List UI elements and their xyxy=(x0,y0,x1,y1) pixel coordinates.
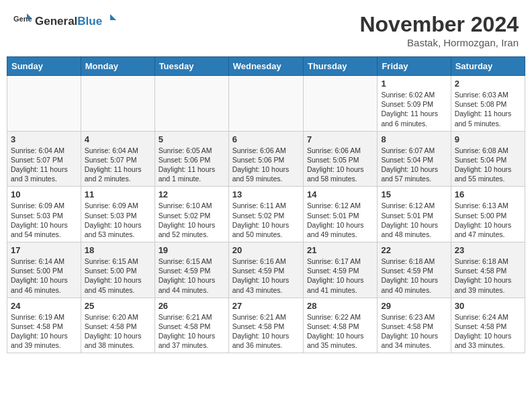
day-info: Sunrise: 6:08 AM Sunset: 5:04 PM Dayligh… xyxy=(455,146,521,184)
day-info: Sunrise: 6:14 AM Sunset: 5:00 PM Dayligh… xyxy=(11,257,77,295)
day-number: 1 xyxy=(381,79,447,89)
day-number: 30 xyxy=(455,301,521,311)
day-number: 13 xyxy=(232,189,300,199)
day-info: Sunrise: 6:05 AM Sunset: 5:06 PM Dayligh… xyxy=(159,146,225,184)
calendar-week-row: 17Sunrise: 6:14 AM Sunset: 5:00 PM Dayli… xyxy=(7,242,525,298)
day-number: 19 xyxy=(159,245,225,255)
day-info: Sunrise: 6:21 AM Sunset: 4:58 PM Dayligh… xyxy=(159,312,225,351)
calendar-cell: 11Sunrise: 6:09 AM Sunset: 5:03 PM Dayli… xyxy=(81,187,154,242)
calendar-header-row: SundayMondayTuesdayWednesdayThursdayFrid… xyxy=(7,57,525,76)
location-subtitle: Bastak, Hormozgan, Iran xyxy=(359,37,519,48)
day-info: Sunrise: 6:10 AM Sunset: 5:02 PM Dayligh… xyxy=(159,201,225,239)
logo-general: General xyxy=(35,15,77,28)
weekday-header-thursday: Thursday xyxy=(303,57,377,76)
day-number: 18 xyxy=(85,245,151,255)
day-info: Sunrise: 6:16 AM Sunset: 4:59 PM Dayligh… xyxy=(232,257,300,295)
day-info: Sunrise: 6:20 AM Sunset: 4:58 PM Dayligh… xyxy=(85,312,151,351)
calendar-cell: 18Sunrise: 6:15 AM Sunset: 5:00 PM Dayli… xyxy=(81,242,154,298)
calendar-cell: 19Sunrise: 6:15 AM Sunset: 4:59 PM Dayli… xyxy=(154,242,228,298)
day-number: 11 xyxy=(85,189,151,199)
weekday-header-friday: Friday xyxy=(378,57,451,76)
day-number: 10 xyxy=(11,189,77,199)
logo-icon: General xyxy=(13,12,32,28)
calendar-cell: 17Sunrise: 6:14 AM Sunset: 5:00 PM Dayli… xyxy=(7,242,81,298)
day-info: Sunrise: 6:18 AM Sunset: 4:59 PM Dayligh… xyxy=(381,257,447,295)
day-number: 27 xyxy=(232,301,300,311)
calendar-cell: 12Sunrise: 6:10 AM Sunset: 5:02 PM Dayli… xyxy=(154,187,228,242)
calendar-cell: 22Sunrise: 6:18 AM Sunset: 4:59 PM Dayli… xyxy=(378,242,451,298)
calendar-week-row: 24Sunrise: 6:19 AM Sunset: 4:58 PM Dayli… xyxy=(7,298,525,353)
day-number: 8 xyxy=(381,134,447,144)
day-number: 28 xyxy=(307,301,373,311)
day-info: Sunrise: 6:12 AM Sunset: 5:01 PM Dayligh… xyxy=(381,201,447,239)
calendar-cell: 25Sunrise: 6:20 AM Sunset: 4:58 PM Dayli… xyxy=(81,298,154,353)
day-number: 29 xyxy=(381,301,447,311)
day-info: Sunrise: 6:21 AM Sunset: 4:58 PM Dayligh… xyxy=(232,312,300,351)
day-info: Sunrise: 6:23 AM Sunset: 4:58 PM Dayligh… xyxy=(381,312,447,351)
day-info: Sunrise: 6:15 AM Sunset: 4:59 PM Dayligh… xyxy=(159,257,225,295)
calendar-cell: 3Sunrise: 6:04 AM Sunset: 5:07 PM Daylig… xyxy=(7,131,81,187)
day-info: Sunrise: 6:13 AM Sunset: 5:00 PM Dayligh… xyxy=(455,201,521,239)
weekday-header-saturday: Saturday xyxy=(451,57,525,76)
calendar-cell: 4Sunrise: 6:04 AM Sunset: 5:07 PM Daylig… xyxy=(81,131,154,187)
calendar-cell: 23Sunrise: 6:18 AM Sunset: 4:58 PM Dayli… xyxy=(451,242,525,298)
calendar-table: SundayMondayTuesdayWednesdayThursdayFrid… xyxy=(7,56,525,353)
day-info: Sunrise: 6:03 AM Sunset: 5:08 PM Dayligh… xyxy=(455,90,521,128)
day-info: Sunrise: 6:09 AM Sunset: 5:03 PM Dayligh… xyxy=(85,201,151,239)
day-number: 4 xyxy=(85,134,151,144)
calendar-cell: 8Sunrise: 6:07 AM Sunset: 5:04 PM Daylig… xyxy=(378,131,451,187)
day-number: 25 xyxy=(85,301,151,311)
calendar-cell: 10Sunrise: 6:09 AM Sunset: 5:03 PM Dayli… xyxy=(7,187,81,242)
calendar-cell xyxy=(228,76,303,132)
day-number: 21 xyxy=(307,245,373,255)
day-info: Sunrise: 6:24 AM Sunset: 4:58 PM Dayligh… xyxy=(455,312,521,351)
day-number: 2 xyxy=(455,79,521,89)
logo-blue: Blue xyxy=(77,15,102,28)
calendar-cell: 7Sunrise: 6:06 AM Sunset: 5:05 PM Daylig… xyxy=(303,131,377,187)
day-info: Sunrise: 6:18 AM Sunset: 4:58 PM Dayligh… xyxy=(455,257,521,295)
day-info: Sunrise: 6:17 AM Sunset: 4:59 PM Dayligh… xyxy=(307,257,373,295)
day-info: Sunrise: 6:22 AM Sunset: 4:58 PM Dayligh… xyxy=(307,312,373,351)
day-number: 7 xyxy=(307,134,373,144)
calendar-cell: 6Sunrise: 6:06 AM Sunset: 5:06 PM Daylig… xyxy=(228,131,303,187)
calendar-cell: 5Sunrise: 6:05 AM Sunset: 5:06 PM Daylig… xyxy=(154,131,228,187)
calendar-cell: 26Sunrise: 6:21 AM Sunset: 4:58 PM Dayli… xyxy=(154,298,228,353)
calendar-cell: 28Sunrise: 6:22 AM Sunset: 4:58 PM Dayli… xyxy=(303,298,377,353)
title-block: November 2024 Bastak, Hormozgan, Iran xyxy=(359,12,519,48)
page-header: General GeneralBlue November 2024 Bastak… xyxy=(7,7,525,56)
day-number: 5 xyxy=(159,134,225,144)
calendar-cell: 14Sunrise: 6:12 AM Sunset: 5:01 PM Dayli… xyxy=(303,187,377,242)
calendar-cell: 27Sunrise: 6:21 AM Sunset: 4:58 PM Dayli… xyxy=(228,298,303,353)
day-number: 3 xyxy=(11,134,77,144)
month-year-title: November 2024 xyxy=(359,12,519,37)
weekday-header-monday: Monday xyxy=(81,57,154,76)
calendar-week-row: 10Sunrise: 6:09 AM Sunset: 5:03 PM Dayli… xyxy=(7,187,525,242)
calendar-cell xyxy=(81,76,154,132)
day-info: Sunrise: 6:09 AM Sunset: 5:03 PM Dayligh… xyxy=(11,201,77,239)
calendar-cell: 24Sunrise: 6:19 AM Sunset: 4:58 PM Dayli… xyxy=(7,298,81,353)
calendar-cell: 30Sunrise: 6:24 AM Sunset: 4:58 PM Dayli… xyxy=(451,298,525,353)
calendar-cell: 20Sunrise: 6:16 AM Sunset: 4:59 PM Dayli… xyxy=(228,242,303,298)
day-number: 9 xyxy=(455,134,521,144)
calendar-week-row: 1Sunrise: 6:02 AM Sunset: 5:09 PM Daylig… xyxy=(7,76,525,132)
calendar-week-row: 3Sunrise: 6:04 AM Sunset: 5:07 PM Daylig… xyxy=(7,131,525,187)
day-number: 26 xyxy=(159,301,225,311)
day-info: Sunrise: 6:12 AM Sunset: 5:01 PM Dayligh… xyxy=(307,201,373,239)
calendar-cell: 1Sunrise: 6:02 AM Sunset: 5:09 PM Daylig… xyxy=(378,76,451,132)
day-number: 23 xyxy=(455,245,521,255)
calendar-cell xyxy=(303,76,377,132)
weekday-header-tuesday: Tuesday xyxy=(154,57,228,76)
calendar-cell xyxy=(154,76,228,132)
calendar-cell: 29Sunrise: 6:23 AM Sunset: 4:58 PM Dayli… xyxy=(378,298,451,353)
weekday-header-wednesday: Wednesday xyxy=(228,57,303,76)
day-number: 16 xyxy=(455,189,521,199)
logo: General GeneralBlue xyxy=(13,12,116,28)
calendar-cell: 16Sunrise: 6:13 AM Sunset: 5:00 PM Dayli… xyxy=(451,187,525,242)
day-number: 17 xyxy=(11,245,77,255)
calendar-cell: 2Sunrise: 6:03 AM Sunset: 5:08 PM Daylig… xyxy=(451,76,525,132)
day-number: 12 xyxy=(159,189,225,199)
calendar-cell: 15Sunrise: 6:12 AM Sunset: 5:01 PM Dayli… xyxy=(378,187,451,242)
day-number: 22 xyxy=(381,245,447,255)
day-info: Sunrise: 6:06 AM Sunset: 5:06 PM Dayligh… xyxy=(232,146,300,184)
day-info: Sunrise: 6:07 AM Sunset: 5:04 PM Dayligh… xyxy=(381,146,447,184)
